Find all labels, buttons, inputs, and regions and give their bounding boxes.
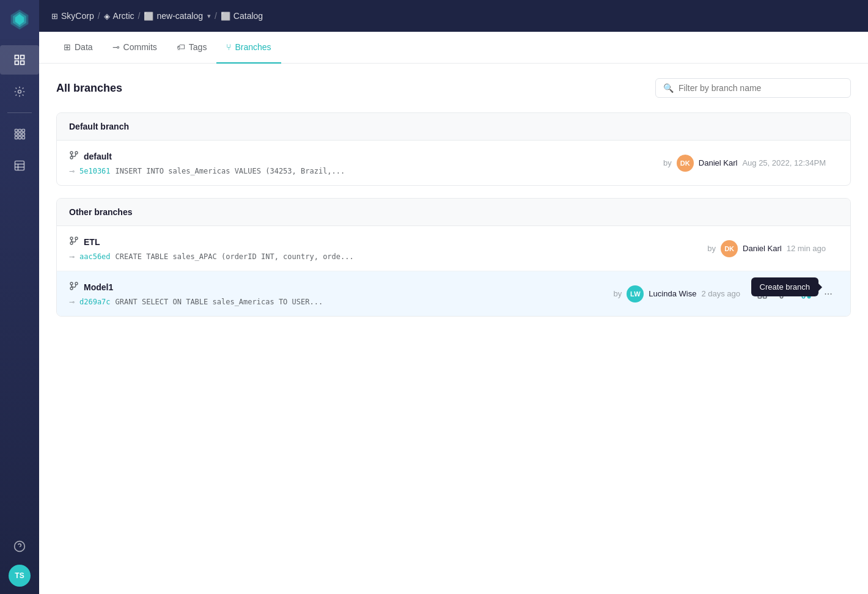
svg-rect-15 (18, 136, 21, 139)
svg-rect-16 (22, 136, 24, 139)
branch-name-etl: ETL (84, 237, 100, 247)
commit-msg-etl: CREATE TABLE sales_APAC (orderID INT, co… (116, 252, 354, 261)
svg-rect-33 (758, 295, 761, 298)
default-branch-section: Default branch default (56, 112, 851, 186)
page-title: All branches (56, 82, 122, 95)
sidebar-item-settings[interactable] (0, 77, 39, 106)
branch-info-default: default ⊸ 5e10361 INSERT INTO sales_Amer… (69, 150, 663, 175)
tabbar: ⊞ Data ⊸ Commits 🏷 Tags ⑂ Branches (39, 32, 868, 64)
branch-name-row-etl: ETL (69, 236, 707, 248)
branch-row-model1: Model1 ⊸ d269a7c GRANT SELECT ON TABLE s… (57, 271, 850, 316)
svg-rect-6 (21, 61, 24, 65)
tab-tags[interactable]: 🏷 Tags (167, 32, 217, 64)
svg-point-30 (75, 282, 78, 285)
view-data-button[interactable] (752, 284, 772, 304)
svg-point-22 (70, 152, 73, 154)
tab-data-label: Data (75, 42, 93, 52)
branch-name-row-default: default (69, 150, 663, 162)
svg-rect-10 (22, 130, 24, 132)
svg-rect-5 (15, 61, 19, 65)
commit-msg-model1: GRANT SELECT ON TABLE sales_Americas TO … (116, 298, 323, 306)
svg-point-7 (18, 90, 21, 94)
sidebar-item-grid[interactable] (0, 119, 39, 148)
author-etl: Daniel Karl (743, 244, 782, 253)
svg-rect-8 (15, 130, 18, 132)
breadcrumb-repo[interactable]: ◈ Arctic (104, 11, 134, 21)
search-icon: 🔍 (663, 83, 674, 93)
svg-point-28 (70, 282, 73, 285)
breadcrumb-catalog[interactable]: ⬜ new-catalog ▾ (144, 11, 211, 21)
branch-name-row-model1: Model1 (69, 281, 614, 293)
svg-rect-31 (758, 290, 761, 293)
branch-node-icon-model1 (69, 281, 79, 293)
breadcrumb-view[interactable]: ⬜ Catalog (221, 11, 263, 21)
branches-page: All branches 🔍 Default branch (39, 64, 868, 594)
commit-hash-model1[interactable]: d269a7c (79, 298, 111, 306)
svg-rect-12 (18, 133, 21, 135)
svg-point-29 (70, 287, 73, 290)
author-default: Daniel Karl (699, 158, 738, 167)
branch-node-icon-etl (69, 236, 79, 248)
branches-tab-icon: ⑂ (226, 42, 231, 52)
commit-hash-etl[interactable]: aac56ed (79, 252, 111, 261)
commit-arrow-model1: ⊸ (69, 298, 75, 306)
tab-branches-label: Branches (235, 42, 271, 52)
commit-row-model1: ⊸ d269a7c GRANT SELECT ON TABLE sales_Am… (69, 298, 614, 306)
branch-name-model1: Model1 (84, 282, 113, 292)
breadcrumb: ⊞ SkyCorp / ◈ Arctic / ⬜ new-catalog ▾ /… (51, 11, 263, 21)
svg-point-24 (75, 152, 78, 154)
page-header: All branches 🔍 (56, 78, 851, 98)
tab-commits[interactable]: ⊸ Commits (103, 32, 167, 64)
svg-point-37 (785, 290, 789, 293)
branch-row-default: default ⊸ 5e10361 INSERT INTO sales_Amer… (57, 141, 850, 185)
other-section-header: Other branches (57, 199, 850, 226)
search-box[interactable]: 🔍 (655, 78, 851, 98)
tab-data[interactable]: ⊞ Data (54, 32, 103, 64)
branch-meta-default: by DK Daniel Karl Aug 25, 2022, 12:34PM (663, 155, 838, 172)
svg-rect-11 (15, 133, 18, 135)
time-etl: 12 min ago (787, 244, 826, 253)
content-area: ⊞ Data ⊸ Commits 🏷 Tags ⑂ Branches All b… (39, 32, 868, 594)
commit-row-default: ⊸ 5e10361 INSERT INTO sales_Americas VAL… (69, 167, 663, 175)
svg-rect-9 (18, 130, 21, 132)
repo-icon: ◈ (104, 12, 110, 21)
svg-rect-14 (15, 136, 18, 139)
app-logo[interactable] (0, 0, 39, 39)
topbar: ⊞ SkyCorp / ◈ Arctic / ⬜ new-catalog ▾ /… (39, 0, 868, 32)
svg-rect-32 (763, 290, 767, 293)
svg-point-39 (802, 295, 805, 298)
svg-rect-13 (22, 133, 24, 135)
svg-point-27 (75, 237, 78, 240)
tab-tags-label: Tags (189, 42, 207, 52)
commit-arrow-etl: ⊸ (69, 253, 75, 261)
default-section-header: Default branch (57, 113, 850, 141)
main-content: ⊞ SkyCorp / ◈ Arctic / ⬜ new-catalog ▾ /… (39, 0, 868, 594)
by-label-default: by (663, 158, 672, 167)
author-model1: Lucinda Wise (649, 289, 696, 298)
tab-branches[interactable]: ⑂ Branches (216, 32, 281, 64)
search-input[interactable] (679, 83, 843, 93)
sep-2: / (138, 11, 141, 21)
by-label-model1: by (614, 289, 622, 298)
svg-rect-17 (15, 161, 24, 170)
commit-arrow-default: ⊸ (69, 167, 75, 175)
breadcrumb-org[interactable]: ⊞ SkyCorp (51, 11, 94, 21)
catalog-dropdown-icon[interactable]: ▾ (207, 12, 211, 20)
sidebar-item-reports[interactable] (0, 151, 39, 180)
avatar-dk-default: DK (677, 155, 694, 172)
branch-actions-model1: ··· Create branch (752, 284, 838, 304)
create-branch-button[interactable] (796, 284, 816, 304)
user-avatar[interactable]: TS (9, 565, 31, 587)
merge-button[interactable] (774, 284, 794, 304)
time-default: Aug 25, 2022, 12:34PM (742, 158, 826, 167)
help-icon[interactable] (9, 535, 31, 560)
svg-point-38 (802, 290, 805, 293)
org-name: SkyCorp (61, 11, 94, 21)
avatar-dk-etl: DK (721, 240, 738, 257)
avatar-lw-model1: LW (627, 285, 644, 302)
commit-hash-default[interactable]: 5e10361 (79, 167, 111, 175)
more-actions-button[interactable]: ··· (818, 284, 838, 304)
sidebar-item-explorer[interactable] (0, 45, 39, 75)
tab-commits-label: Commits (123, 42, 157, 52)
catalog-icon: ⬜ (144, 12, 153, 21)
